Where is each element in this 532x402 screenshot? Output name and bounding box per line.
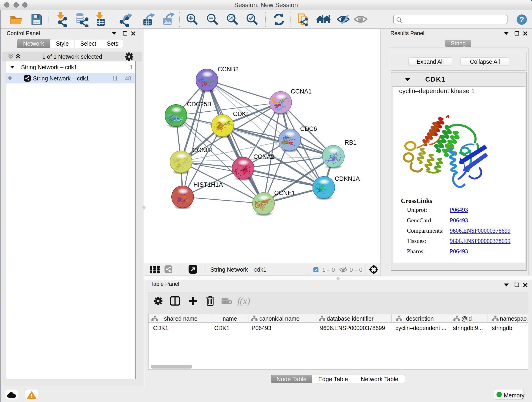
svg-text:CCNA1: CCNA1 [291,88,312,95]
svg-text:CDC25B: CDC25B [187,101,211,108]
svg-text:CDKN1A: CDKN1A [335,175,360,182]
svg-text:CCNB1: CCNB1 [192,147,214,153]
svg-text:CCNB2: CCNB2 [218,66,239,73]
svg-text:RB1: RB1 [345,139,357,146]
svg-text:CDC6: CDC6 [300,125,317,132]
svg-text:CDK1: CDK1 [233,110,249,117]
svg-text:CCNE1: CCNE1 [274,190,295,196]
svg-text:CCNA2: CCNA2 [253,153,274,160]
svg-text:HIST1H1A: HIST1H1A [193,181,223,188]
